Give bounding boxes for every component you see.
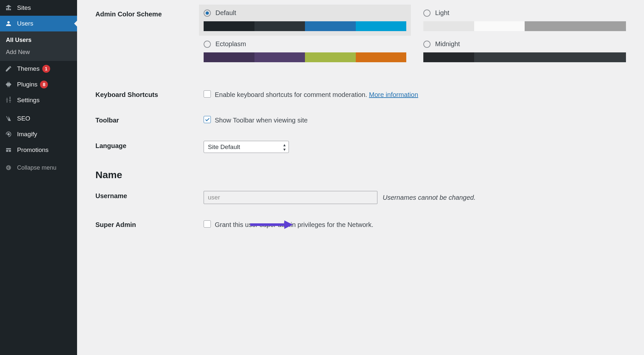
themes-icon <box>4 64 13 73</box>
sidebar-item-label: SEO <box>17 115 30 122</box>
row-super-admin: Super Admin Grant this user super admin … <box>95 212 636 237</box>
row-username: Username Usernames cannot be changed. <box>95 183 636 212</box>
row-admin-color-scheme: Admin Color Scheme Default <box>95 9 636 70</box>
seo-icon <box>4 114 13 123</box>
color-scheme-label: Default <box>215 9 236 17</box>
shortcuts-more-info-link[interactable]: More information <box>369 91 418 98</box>
section-heading-name: Name <box>95 161 636 183</box>
color-scheme-label: Light <box>435 9 449 17</box>
sidebar-item-imagify[interactable]: Imagify <box>0 126 77 142</box>
main-content: Admin Color Scheme Default <box>77 0 644 355</box>
shortcuts-checkbox[interactable] <box>204 90 211 98</box>
imagify-icon <box>4 130 13 139</box>
update-badge: 8 <box>40 81 48 88</box>
sidebar-item-promotions[interactable]: Promotions <box>0 142 77 158</box>
sidebar-item-users[interactable]: Users <box>0 16 77 31</box>
color-scheme-midnight[interactable]: Midnight <box>423 40 626 62</box>
sidebar-item-themes[interactable]: Themes 1 <box>0 61 77 77</box>
radio-midnight[interactable] <box>423 41 431 48</box>
color-scheme-label: Midnight <box>435 40 460 48</box>
color-scheme-label: Ectoplasm <box>215 40 246 48</box>
promotions-icon <box>4 145 13 155</box>
sidebar-item-label: Imagify <box>17 131 37 138</box>
toolbar-text: Show Toolbar when viewing site <box>215 115 636 125</box>
swatches-midnight <box>423 52 626 62</box>
sidebar-item-sites[interactable]: Sites <box>0 0 77 16</box>
sidebar-item-label: Themes <box>17 65 40 72</box>
sidebar-item-label: Plugins <box>17 81 37 88</box>
color-scheme-light[interactable]: Light <box>423 9 626 31</box>
sidebar-item-label: Users <box>17 20 33 27</box>
shortcuts-checkbox-label[interactable]: Enable keyboard shortcuts for comment mo… <box>204 90 636 100</box>
sidebar-submenu-users: All Users Add New <box>0 31 77 61</box>
toolbar-checkbox[interactable] <box>204 116 211 123</box>
label-toolbar: Toolbar <box>95 115 204 124</box>
swatches-default <box>204 21 406 31</box>
sidebar-item-label: Settings <box>17 97 40 104</box>
collapse-icon <box>4 163 13 172</box>
settings-icon <box>4 96 13 105</box>
swatches-ectoplasm <box>204 52 406 62</box>
sidebar-subitem-add-new[interactable]: Add New <box>0 46 77 58</box>
sidebar-subitem-all-users[interactable]: All Users <box>0 34 77 46</box>
radio-light[interactable] <box>423 9 431 17</box>
label-super-admin: Super Admin <box>95 220 204 229</box>
annotation-arrow-icon <box>250 220 293 230</box>
username-hint: Usernames cannot be changed. <box>383 194 476 201</box>
collapse-menu-label: Collapse menu <box>17 164 56 171</box>
plugins-icon <box>4 80 13 89</box>
super-admin-checkbox[interactable] <box>204 220 211 228</box>
label-language: Language <box>95 141 204 150</box>
row-keyboard-shortcuts: Keyboard Shortcuts Enable keyboard short… <box>95 70 636 107</box>
row-language: Language Site Default ▴▾ <box>95 133 636 161</box>
label-username: Username <box>95 191 204 200</box>
toolbar-checkbox-label[interactable]: Show Toolbar when viewing site <box>204 115 636 125</box>
color-scheme-ectoplasm[interactable]: Ectoplasm <box>204 40 406 62</box>
label-keyboard-shortcuts: Keyboard Shortcuts <box>95 90 204 99</box>
update-badge: 1 <box>42 65 50 73</box>
language-select[interactable]: Site Default <box>204 141 289 153</box>
sidebar-item-plugins[interactable]: Plugins 8 <box>0 77 77 92</box>
sidebar-item-seo[interactable]: SEO <box>0 111 77 126</box>
swatches-light <box>423 21 626 31</box>
radio-default[interactable] <box>204 9 211 17</box>
sidebar-item-settings[interactable]: Settings <box>0 92 77 108</box>
username-input <box>204 191 377 204</box>
sidebar-item-label: Promotions <box>17 146 49 154</box>
svg-point-0 <box>6 165 11 170</box>
users-icon <box>4 19 13 28</box>
sites-icon <box>4 3 13 12</box>
color-scheme-default[interactable]: Default <box>199 5 411 36</box>
svg-marker-2 <box>284 220 293 229</box>
row-toolbar: Toolbar Show Toolbar when viewing site <box>95 107 636 133</box>
radio-ectoplasm[interactable] <box>204 41 211 48</box>
shortcuts-text: Enable keyboard shortcuts for comment mo… <box>215 91 367 98</box>
label-admin-color-scheme: Admin Color Scheme <box>95 9 204 18</box>
color-scheme-grid: Default Light <box>204 9 636 62</box>
sidebar-item-label: Sites <box>17 4 31 11</box>
admin-sidebar: Sites Users All Users Add New Themes 1 P… <box>0 0 77 355</box>
collapse-menu-button[interactable]: Collapse menu <box>0 160 77 176</box>
